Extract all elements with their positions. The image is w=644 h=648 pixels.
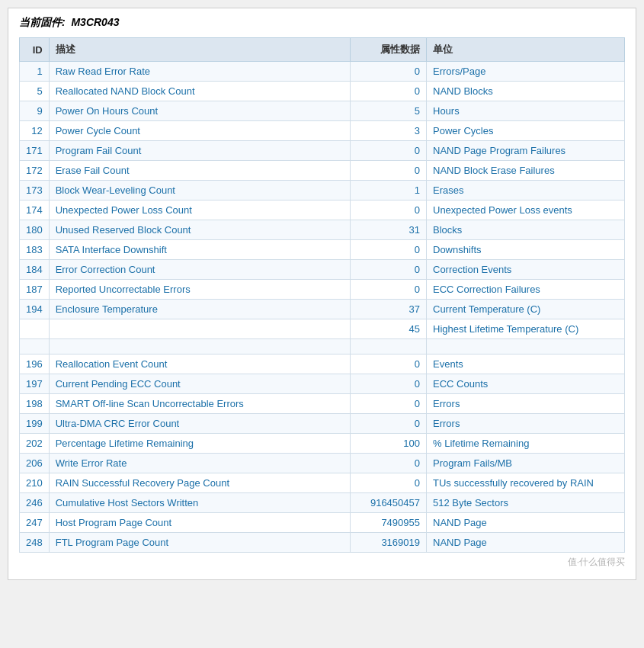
table-row: 173 Block Wear-Leveling Count 1 Erases	[20, 181, 625, 200]
main-container: 当前固件: M3CR043 ID 描述 属性数据 单位 1 Raw Read E…	[8, 8, 636, 580]
table-row: 187 Reported Uncorrectable Errors 0 ECC …	[20, 280, 625, 300]
row-id: 202	[20, 434, 50, 454]
row-unit: Errors	[427, 394, 625, 414]
row-val: 0	[351, 82, 427, 101]
table-row: 210 RAIN Successful Recovery Page Count …	[20, 473, 625, 493]
row-unit: ECC Correction Failures	[427, 280, 625, 300]
row-desc	[49, 319, 350, 339]
row-val: 0	[351, 454, 427, 473]
row-val: 37	[351, 300, 427, 319]
table-row: 247 Host Program Page Count 7490955 NAND…	[20, 513, 625, 533]
row-val: 1	[351, 181, 427, 200]
row-id: 183	[20, 240, 50, 260]
row-desc: Cumulative Host Sectors Written	[49, 493, 350, 513]
row-val: 0	[351, 473, 427, 493]
row-id: 247	[20, 513, 50, 533]
row-desc: Power Cycle Count	[49, 121, 350, 141]
table-row: 197 Current Pending ECC Count 0 ECC Coun…	[20, 374, 625, 394]
row-unit: Correction Events	[427, 260, 625, 280]
table-row: 172 Erase Fail Count 0 NAND Block Erase …	[20, 161, 625, 181]
row-unit: NAND Page	[427, 533, 625, 553]
empty-id	[20, 339, 50, 354]
row-val: 3	[351, 121, 427, 141]
row-unit: Power Cycles	[427, 121, 625, 141]
table-row	[20, 339, 625, 354]
firmware-label: 当前固件:	[19, 16, 66, 28]
row-id: 9	[20, 101, 50, 121]
row-val: 0	[351, 260, 427, 280]
row-val: 7490955	[351, 513, 427, 533]
row-desc: Percentage Lifetime Remaining	[49, 434, 350, 454]
table-header-row: ID 描述 属性数据 单位	[20, 38, 625, 62]
col-id: ID	[20, 38, 50, 62]
row-id: 172	[20, 161, 50, 181]
row-val: 0	[351, 240, 427, 260]
row-desc: Reported Uncorrectable Errors	[49, 280, 350, 300]
row-id: 198	[20, 394, 50, 414]
empty-desc	[49, 339, 350, 354]
row-val: 0	[351, 414, 427, 434]
row-unit: Errors	[427, 414, 625, 434]
row-desc: Write Error Rate	[49, 454, 350, 473]
firmware-value: M3CR043	[71, 16, 119, 28]
row-id: 187	[20, 280, 50, 300]
row-unit: NAND Blocks	[427, 82, 625, 101]
row-unit: % Lifetime Remaining	[427, 434, 625, 454]
table-row: 206 Write Error Rate 0 Program Fails/MB	[20, 454, 625, 473]
table-row: 12 Power Cycle Count 3 Power Cycles	[20, 121, 625, 141]
row-desc: Program Fail Count	[49, 141, 350, 161]
row-val: 0	[351, 62, 427, 82]
row-id: 194	[20, 300, 50, 319]
row-desc: Enclosure Temperature	[49, 300, 350, 319]
row-desc: Unexpected Power Loss Count	[49, 200, 350, 220]
row-id: 197	[20, 374, 50, 394]
row-val: 45	[351, 319, 427, 339]
row-unit: NAND Block Erase Failures	[427, 161, 625, 181]
col-unit: 单位	[427, 38, 625, 62]
row-desc: Error Correction Count	[49, 260, 350, 280]
row-id: 180	[20, 220, 50, 240]
row-val: 916450457	[351, 493, 427, 513]
row-desc: Unused Reserved Block Count	[49, 220, 350, 240]
row-id: 173	[20, 181, 50, 200]
row-unit: Highest Lifetime Temperature (C)	[427, 319, 625, 339]
table-row: 9 Power On Hours Count 5 Hours	[20, 101, 625, 121]
row-id: 1	[20, 62, 50, 82]
row-unit: 512 Byte Sectors	[427, 493, 625, 513]
row-val: 0	[351, 280, 427, 300]
row-id: 206	[20, 454, 50, 473]
row-unit: Events	[427, 354, 625, 374]
row-desc: SATA Interface Downshift	[49, 240, 350, 260]
row-desc: Reallocation Event Count	[49, 354, 350, 374]
row-id	[20, 319, 50, 339]
row-val: 0	[351, 394, 427, 414]
firmware-line: 当前固件: M3CR043	[19, 16, 625, 30]
row-unit: Hours	[427, 101, 625, 121]
row-id: 196	[20, 354, 50, 374]
row-id: 210	[20, 473, 50, 493]
row-id: 248	[20, 533, 50, 553]
table-row: 198 SMART Off-line Scan Uncorrectable Er…	[20, 394, 625, 414]
row-unit: Blocks	[427, 220, 625, 240]
row-unit: NAND Page	[427, 513, 625, 533]
row-unit: ECC Counts	[427, 374, 625, 394]
table-row: 1 Raw Read Error Rate 0 Errors/Page	[20, 62, 625, 82]
table-row: 184 Error Correction Count 0 Correction …	[20, 260, 625, 280]
row-val: 100	[351, 434, 427, 454]
empty-unit	[427, 339, 625, 354]
table-row: 45 Highest Lifetime Temperature (C)	[20, 319, 625, 339]
col-val: 属性数据	[351, 38, 427, 62]
row-id: 5	[20, 82, 50, 101]
table-row: 246 Cumulative Host Sectors Written 9164…	[20, 493, 625, 513]
row-desc: Reallocated NAND Block Count	[49, 82, 350, 101]
row-val: 0	[351, 374, 427, 394]
row-unit: Unexpected Power Loss events	[427, 200, 625, 220]
row-unit: TUs successfully recovered by RAIN	[427, 473, 625, 493]
row-val: 0	[351, 200, 427, 220]
row-val: 0	[351, 161, 427, 181]
table-row: 180 Unused Reserved Block Count 31 Block…	[20, 220, 625, 240]
row-id: 171	[20, 141, 50, 161]
row-unit: Erases	[427, 181, 625, 200]
row-val: 5	[351, 101, 427, 121]
table-row: 248 FTL Program Page Count 3169019 NAND …	[20, 533, 625, 553]
